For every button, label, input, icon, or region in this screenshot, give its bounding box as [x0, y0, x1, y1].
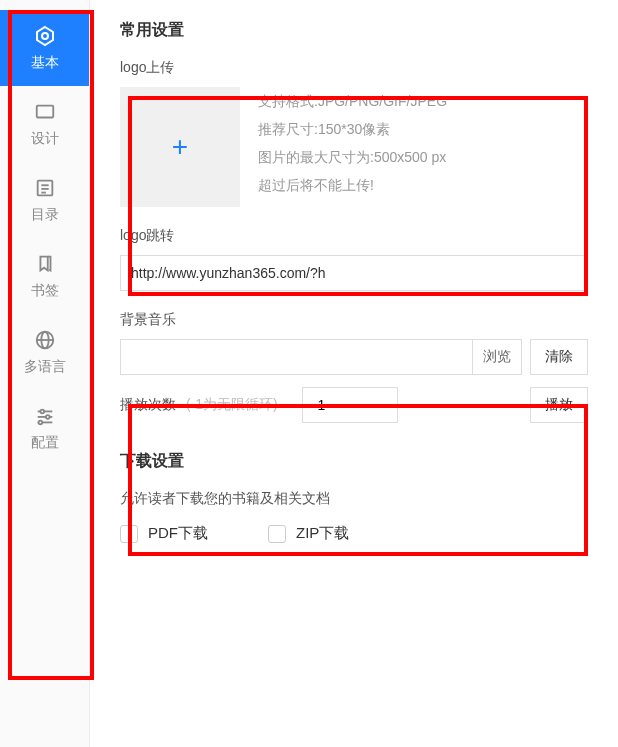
checkbox-icon — [120, 525, 138, 543]
checkbox-label: ZIP下载 — [296, 524, 349, 543]
browse-button[interactable]: 浏览 — [472, 340, 521, 374]
globe-icon — [33, 328, 57, 352]
plus-icon: + — [172, 131, 188, 163]
play-button[interactable]: 播放 — [530, 387, 588, 423]
download-settings-title: 下载设置 — [120, 451, 588, 472]
play-count-input[interactable] — [302, 387, 398, 423]
logo-upload-button[interactable]: + — [120, 87, 240, 207]
checkbox-label: PDF下载 — [148, 524, 208, 543]
monitor-icon — [33, 100, 57, 124]
sidebar-item-label: 配置 — [31, 434, 59, 452]
svg-rect-2 — [36, 106, 53, 118]
sidebar-item-language[interactable]: 多语言 — [0, 314, 89, 390]
svg-point-13 — [45, 415, 49, 419]
sidebar-item-label: 设计 — [31, 130, 59, 148]
bg-music-label: 背景音乐 — [120, 311, 588, 329]
logo-upload-label: logo上传 — [120, 59, 588, 77]
logo-desc-line: 支持格式:JPG/PNG/GIF/JPEG — [258, 87, 447, 115]
logo-link-label: logo跳转 — [120, 227, 588, 245]
sidebar-item-label: 基本 — [31, 54, 59, 72]
sidebar-item-label: 目录 — [31, 206, 59, 224]
main-panel: 常用设置 logo上传 + 支持格式:JPG/PNG/GIF/JPEG 推荐尺寸… — [90, 0, 618, 747]
sidebar-item-basic[interactable]: 基本 — [0, 10, 89, 86]
sliders-icon — [33, 404, 57, 428]
bg-music-input[interactable] — [121, 340, 472, 374]
sidebar-item-config[interactable]: 配置 — [0, 390, 89, 466]
svg-point-1 — [42, 33, 48, 39]
logo-desc-line: 超过后将不能上传! — [258, 171, 447, 199]
common-settings-title: 常用设置 — [120, 20, 588, 41]
sidebar-item-bookmark[interactable]: 书签 — [0, 238, 89, 314]
sidebar: 基本 设计 目录 书签 多语言 — [0, 0, 90, 747]
clear-button[interactable]: 清除 — [530, 339, 588, 375]
bookmark-icon — [33, 252, 57, 276]
sidebar-item-design[interactable]: 设计 — [0, 86, 89, 162]
list-icon — [33, 176, 57, 200]
sidebar-item-label: 多语言 — [24, 358, 66, 376]
pdf-download-checkbox[interactable]: PDF下载 — [120, 524, 208, 543]
logo-desc-line: 图片的最大尺寸为:500x500 px — [258, 143, 447, 171]
logo-link-input[interactable] — [120, 255, 588, 291]
sidebar-item-label: 书签 — [31, 282, 59, 300]
svg-point-11 — [40, 410, 44, 414]
play-count-hint: (-1为无限循环) — [186, 396, 278, 414]
play-count-label: 播放次数 — [120, 396, 176, 414]
svg-marker-0 — [37, 27, 53, 45]
logo-upload-desc: 支持格式:JPG/PNG/GIF/JPEG 推荐尺寸:150*30像素 图片的最… — [258, 87, 447, 199]
checkbox-icon — [268, 525, 286, 543]
svg-point-15 — [38, 421, 42, 425]
zip-download-checkbox[interactable]: ZIP下载 — [268, 524, 349, 543]
hexagon-icon — [33, 24, 57, 48]
logo-desc-line: 推荐尺寸:150*30像素 — [258, 115, 447, 143]
download-desc: 允许读者下载您的书籍及相关文档 — [120, 490, 588, 508]
sidebar-item-catalog[interactable]: 目录 — [0, 162, 89, 238]
